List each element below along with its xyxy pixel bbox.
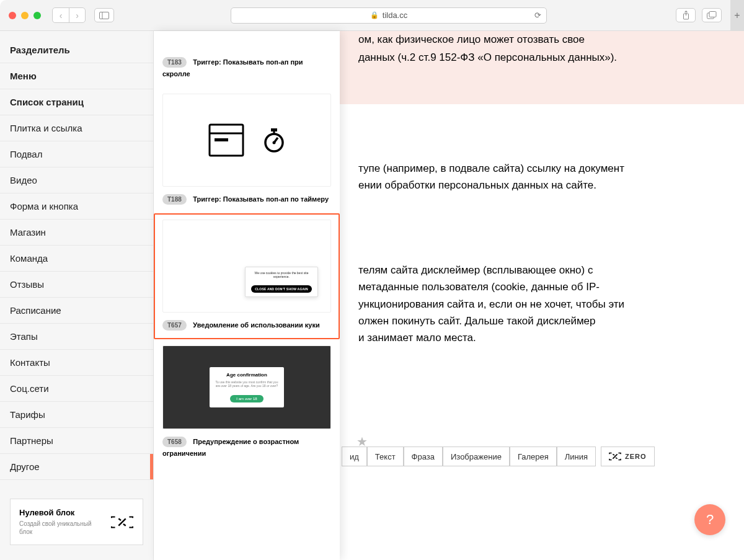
age-confirm-button: I am over 18 <box>230 395 263 402</box>
zero-block-title: Нулевой блок <box>19 508 104 517</box>
cookie-text: We use cookies to provide the best site … <box>249 271 314 278</box>
svg-point-13 <box>273 141 276 144</box>
new-tab-button[interactable]: + <box>730 0 744 31</box>
maximize-window-icon[interactable] <box>33 12 41 19</box>
block-code-badge: T183 <box>162 57 187 68</box>
nav-buttons: ‹ › <box>52 7 86 23</box>
svg-rect-5 <box>709 12 716 17</box>
block-label: Триггер: Показывать поп-ап по таймеру <box>193 195 329 203</box>
back-button[interactable]: ‹ <box>53 8 69 22</box>
sidebar-item[interactable]: Меню <box>0 63 153 89</box>
toolbar-item[interactable]: Линия <box>557 447 596 466</box>
zero-block-icon <box>110 515 134 529</box>
sidebar-item[interactable]: Тарифы <box>0 402 153 428</box>
browser-window-icon <box>208 123 244 157</box>
sidebar-item[interactable]: Разделитель <box>0 37 153 63</box>
window-controls <box>9 12 41 19</box>
tabs-button[interactable] <box>702 8 722 22</box>
cookie-close-button: CLOSE AND DON'T SHOW AGAIN <box>251 285 311 293</box>
help-icon: ? <box>706 512 714 528</box>
forward-button[interactable]: › <box>69 8 85 22</box>
block-code-badge: T657 <box>162 320 187 331</box>
sidebar-item[interactable]: Соц.сети <box>0 376 153 402</box>
article-line: ении обработки персональных данных на са… <box>358 177 718 193</box>
sidebar-item[interactable]: Видео <box>0 167 153 193</box>
article-content: ом, как физическое лицо может отозвать с… <box>340 31 744 560</box>
sidebar-item[interactable]: Контакты <box>0 350 153 376</box>
block-card-t188[interactable]: T188 Триггер: Показывать поп-ап по тайме… <box>154 87 340 213</box>
highlighted-section: ом, как физическое лицо может отозвать с… <box>340 31 744 104</box>
zero-block-card[interactable]: Нулевой блок Создай свой уникальный блок <box>10 499 143 545</box>
article-section: тупе (например, в подвале сайта) ссылку … <box>340 104 737 193</box>
block-label: Уведомление об использовании куки <box>193 321 319 329</box>
block-gallery: T183 Триггер: Показывать поп-ап при скро… <box>154 31 340 560</box>
article-section: телям сайта дисклеймер (всплывающее окно… <box>340 193 737 346</box>
toolbar-item[interactable]: Фраза <box>404 447 443 466</box>
sidebar-item[interactable]: Магазин <box>0 220 153 246</box>
minimize-window-icon[interactable] <box>21 12 29 19</box>
stopwatch-icon <box>263 128 285 153</box>
article-line: ункционирования сайта и, если он не хоче… <box>358 296 718 313</box>
article-line: олжен покинуть сайт. Дальше такой дискле… <box>358 313 718 329</box>
zero-block-subtitle: Создай свой уникальный блок <box>19 520 104 536</box>
block-preview-age: Age confirmation To use this website you… <box>162 345 331 429</box>
article-line: данных (ч.2 ст.9 152-ФЗ «О персональных … <box>358 49 725 67</box>
cookie-banner: We use cookies to provide the best site … <box>245 267 318 297</box>
block-preview-timer <box>162 94 331 187</box>
sidebar-item[interactable]: Список страниц <box>0 89 153 115</box>
zero-icon <box>609 452 621 461</box>
sidebar-item[interactable]: Плитка и ссылка <box>0 115 153 141</box>
article-line: ом, как физическое лицо может отозвать с… <box>358 31 725 49</box>
sidebar-item[interactable]: Расписание <box>0 298 153 324</box>
sidebar-item[interactable]: Партнеры <box>0 428 153 454</box>
svg-rect-8 <box>215 138 228 141</box>
share-button[interactable] <box>676 8 696 22</box>
age-text: To use this website you must confirm tha… <box>215 380 279 388</box>
sidebar-item[interactable]: Отзывы <box>0 272 153 298</box>
toolbar-item[interactable]: Изображение <box>443 447 510 466</box>
help-button[interactable]: ? <box>694 504 725 535</box>
svg-rect-0 <box>100 12 109 19</box>
insert-toolbar: идТекстФразаИзображениеГалереяЛиния ZERO <box>340 446 737 467</box>
sidebar-item[interactable]: Другое <box>0 454 153 480</box>
sidebar-item[interactable]: Подвал <box>0 141 153 167</box>
article-line: и занимает мало места. <box>358 329 718 346</box>
block-code-badge: T188 <box>162 194 187 205</box>
age-heading: Age confirmation <box>215 372 279 378</box>
toolbar-item[interactable]: Текст <box>367 447 404 466</box>
age-modal: Age confirmation To use this website you… <box>210 367 284 407</box>
sidebar-item[interactable]: Форма и кнопка <box>0 193 153 220</box>
lock-icon: 🔒 <box>370 11 379 19</box>
zero-button[interactable]: ZERO <box>601 447 655 466</box>
close-window-icon[interactable] <box>9 12 16 19</box>
reload-icon[interactable]: ⟳ <box>534 11 541 20</box>
article-line: метаданные пользователя (cookie, данные … <box>358 278 718 295</box>
sidebar-toggle[interactable] <box>94 8 114 22</box>
article-line: телям сайта дисклеймер (всплывающее окно… <box>358 262 718 278</box>
category-sidebar: РазделительМенюСписок страницПлитка и сс… <box>0 31 154 560</box>
block-card-t658[interactable]: Age confirmation To use this website you… <box>154 339 340 467</box>
sidebar-item[interactable]: Команда <box>0 246 153 272</box>
address-bar[interactable]: 🔒 tilda.cc ⟳ <box>231 7 547 24</box>
article-line: тупе (например, в подвале сайта) ссылку … <box>358 160 718 177</box>
browser-right-buttons: + <box>676 0 735 31</box>
sidebar-item[interactable]: Этапы <box>0 324 153 350</box>
toolbar-item[interactable]: ид <box>342 447 367 466</box>
browser-toolbar: ‹ › 🔒 tilda.cc ⟳ + <box>0 0 744 31</box>
zero-label: ZERO <box>625 453 647 460</box>
block-card-t183[interactable]: T183 Триггер: Показывать поп-ап при скро… <box>154 31 340 87</box>
block-code-badge: T658 <box>162 437 187 447</box>
block-preview-cookie: We use cookies to provide the best site … <box>162 220 331 313</box>
toolbar-item[interactable]: Галерея <box>510 447 557 466</box>
domain-text: tilda.cc <box>383 11 407 20</box>
block-card-t657[interactable]: We use cookies to provide the best site … <box>154 213 340 339</box>
